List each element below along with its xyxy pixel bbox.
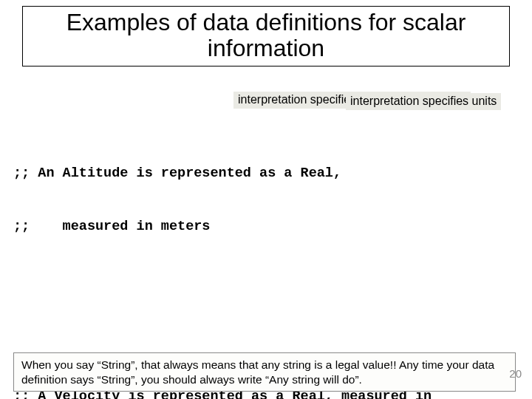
code-line: ;; measured in meters bbox=[13, 218, 519, 236]
annotation-units-2: interpretation specifies units bbox=[346, 93, 501, 110]
code-area: ;; An Altitude is represented as a Real,… bbox=[13, 75, 519, 399]
code-line: ;; An Altitude is represented as a Real, bbox=[13, 165, 519, 183]
footer-note: When you say “String”, that always means… bbox=[13, 352, 516, 392]
slide-number: 20 bbox=[509, 367, 522, 380]
definition-altitude: ;; An Altitude is represented as a Real,… bbox=[13, 129, 519, 289]
slide-title: Examples of data definitions for scalar … bbox=[22, 6, 510, 66]
